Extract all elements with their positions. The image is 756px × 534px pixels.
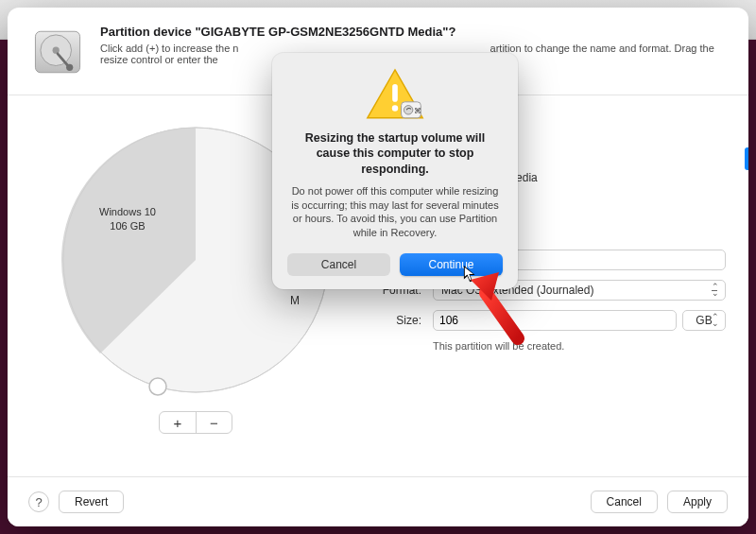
pie-slice-label: Windows 10 106 GB	[90, 205, 165, 233]
alert-cancel-button[interactable]: Cancel	[287, 253, 390, 276]
sheet-footer: ? Revert Cancel Apply	[8, 476, 748, 526]
add-partition-button[interactable]: +	[160, 412, 196, 433]
resize-handle-icon	[149, 378, 166, 395]
partition-note: This partition will be created.	[433, 340, 726, 352]
chevron-updown-icon: ⌃⌄	[712, 284, 719, 297]
partition-sheet: Partition device "GIGABYTE GP-GSM2NE3256…	[8, 8, 748, 526]
alert-continue-button[interactable]: Continue	[400, 253, 503, 276]
confirm-alert: ⌘ Resizing the startup volume will cause…	[272, 53, 518, 289]
sheet-title: Partition device "GIGABYTE GP-GSM2NE3256…	[100, 25, 726, 39]
cancel-button[interactable]: Cancel	[591, 491, 658, 513]
remove-partition-button[interactable]: −	[196, 412, 232, 433]
selection-accent	[745, 147, 748, 170]
size-unit-select[interactable]: GB ⌃⌄	[682, 310, 726, 331]
partial-label-m: M	[290, 294, 300, 307]
size-input[interactable]	[433, 310, 677, 331]
alert-title: Resizing the startup volume will cause t…	[293, 130, 497, 177]
help-button[interactable]: ?	[28, 491, 49, 512]
apply-button[interactable]: Apply	[667, 491, 728, 513]
size-label: Size:	[372, 314, 421, 327]
hard-disk-icon	[30, 25, 85, 79]
chevron-updown-icon: ⌃⌄	[712, 314, 719, 327]
alert-body: Do not power off this computer while res…	[291, 184, 499, 240]
revert-button[interactable]: Revert	[59, 491, 124, 513]
svg-text:⌘: ⌘	[414, 107, 421, 115]
size-unit-value: GB	[696, 314, 712, 327]
svg-rect-7	[392, 84, 398, 102]
add-remove-segmented: + −	[159, 411, 232, 434]
warning-icon: ⌘	[364, 68, 426, 123]
svg-point-3	[66, 64, 73, 71]
svg-point-8	[392, 105, 398, 111]
svg-point-10	[404, 106, 412, 114]
